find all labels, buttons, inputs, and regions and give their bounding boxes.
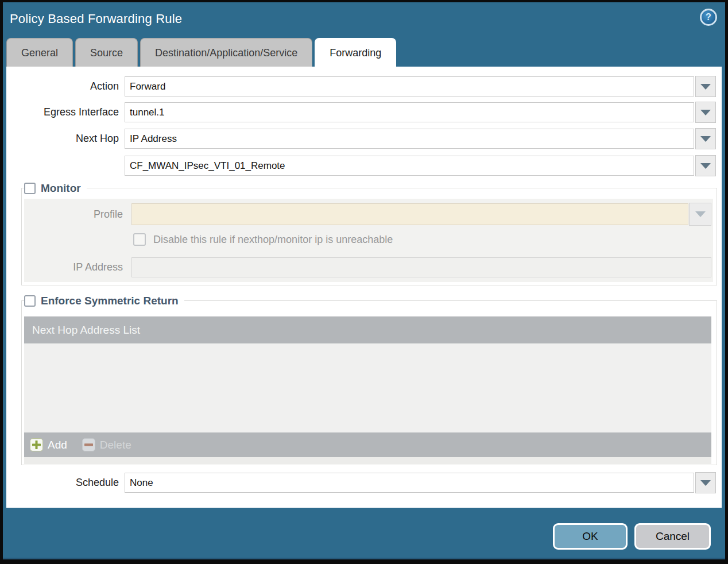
- monitor-legend: Monitor: [24, 182, 87, 195]
- ok-button[interactable]: OK: [553, 523, 628, 550]
- chevron-down-icon: [700, 136, 711, 142]
- chevron-down-icon: [695, 211, 706, 217]
- symmetric-return-legend: Enforce Symmetric Return: [24, 295, 184, 307]
- symmetric-return-legend-label: Enforce Symmetric Return: [41, 295, 179, 307]
- tab-general[interactable]: General: [6, 38, 73, 67]
- next-hop-label: Next Hop: [6, 129, 119, 149]
- dialog-titlebar: Policy Based Forwarding Rule ?: [3, 2, 725, 36]
- egress-interface-combobox[interactable]: [125, 102, 694, 122]
- pbf-rule-dialog: Policy Based Forwarding Rule ? General S…: [3, 2, 725, 559]
- delete-button: Delete: [82, 438, 131, 451]
- tab-forwarding[interactable]: Forwarding: [315, 38, 396, 69]
- chevron-down-icon: [700, 480, 711, 486]
- next-hop-type-dropdown-button[interactable]: [695, 128, 716, 149]
- next-hop-type-combobox[interactable]: [125, 129, 694, 149]
- egress-interface-dropdown-button[interactable]: [695, 102, 716, 123]
- schedule-dropdown-button[interactable]: [695, 472, 716, 493]
- schedule-label: Schedule: [6, 473, 119, 493]
- monitor-legend-label: Monitor: [41, 182, 81, 195]
- tab-bar: General Source Destination/Application/S…: [6, 38, 396, 69]
- help-glyph: ?: [706, 13, 711, 22]
- next-hop-address-table: Next Hop Address List Add: [24, 316, 711, 464]
- disable-rule-checkbox: [133, 233, 146, 246]
- chevron-down-icon: [700, 110, 711, 115]
- next-hop-address-combobox[interactable]: [125, 156, 694, 176]
- profile-dropdown-button: [689, 203, 711, 226]
- action-combobox[interactable]: [125, 76, 694, 96]
- cancel-button[interactable]: Cancel: [634, 523, 711, 550]
- chevron-down-icon: [700, 163, 711, 169]
- schedule-combobox[interactable]: [125, 473, 694, 493]
- profile-label: Profile: [24, 203, 123, 225]
- disable-rule-label: Disable this rule if nexthop/monitor ip …: [153, 234, 393, 246]
- add-button[interactable]: Add: [30, 438, 67, 451]
- next-hop-address-table-header: Next Hop Address List: [24, 316, 711, 343]
- symmetric-return-group: Enforce Symmetric Return Next Hop Addres…: [21, 300, 717, 465]
- monitor-ip-address-label: IP Address: [24, 257, 123, 277]
- add-button-label: Add: [48, 439, 67, 451]
- help-icon[interactable]: ?: [700, 9, 717, 26]
- delete-button-label: Delete: [100, 439, 131, 451]
- table-bottom-strip: [24, 457, 711, 464]
- plus-icon: [30, 438, 43, 451]
- monitor-checkbox[interactable]: [24, 183, 36, 194]
- tab-destination-application-service[interactable]: Destination/Application/Service: [140, 38, 312, 67]
- monitor-ip-address-input: [131, 257, 711, 277]
- disable-rule-row: Disable this rule if nexthop/monitor ip …: [133, 233, 393, 246]
- next-hop-address-table-footer: Add Delete: [24, 432, 711, 457]
- chevron-down-icon: [700, 84, 711, 90]
- forwarding-tab-panel: Action Egress Interface Next Hop: [6, 67, 722, 508]
- monitor-group: Monitor Profile Disable this rule if nex…: [21, 188, 717, 285]
- next-hop-address-table-body: [24, 343, 711, 432]
- monitor-panel: Profile Disable this rule if nexthop/mon…: [24, 199, 713, 282]
- symmetric-return-checkbox[interactable]: [24, 295, 36, 307]
- egress-interface-label: Egress Interface: [6, 102, 119, 122]
- page-title: Policy Based Forwarding Rule: [10, 2, 182, 36]
- next-hop-address-dropdown-button[interactable]: [695, 155, 716, 176]
- profile-combobox: [131, 203, 688, 225]
- minus-icon: [82, 438, 95, 451]
- screenshot-root: Policy Based Forwarding Rule ? General S…: [0, 0, 728, 564]
- tab-source[interactable]: Source: [75, 38, 138, 67]
- action-label: Action: [6, 76, 119, 96]
- action-dropdown-button[interactable]: [695, 76, 716, 97]
